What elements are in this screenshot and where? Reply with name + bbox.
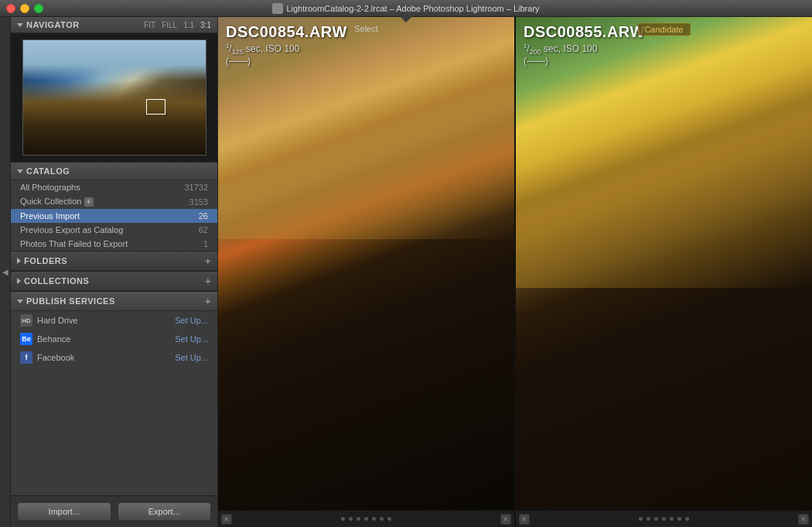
catalog-row-count: 31732: [184, 183, 208, 192]
catalog-collapse-icon: [17, 169, 23, 173]
catalog-row-failed-export[interactable]: Photos That Failed to Export 1: [11, 237, 217, 251]
right-scrollbar: ✕ ✕: [514, 511, 812, 527]
dot: [677, 517, 681, 521]
navigator-header-left: Navigator: [17, 20, 80, 29]
folders-title: Folders: [24, 256, 67, 265]
publish-item-left: Be Behance: [20, 333, 70, 345]
facebook-icon: f: [20, 351, 32, 364]
publish-services-header[interactable]: Publish Services +: [11, 292, 217, 311]
dot: [364, 517, 368, 521]
quick-collection-plus-icon[interactable]: +: [84, 197, 94, 207]
hard-drive-icon: HD: [20, 314, 32, 327]
catalog-panel: Catalog All Photographs 31732 Quick Coll…: [11, 162, 217, 251]
zoom-fit[interactable]: FIT: [144, 21, 155, 29]
publish-item-setup[interactable]: Set Up...: [175, 316, 208, 325]
import-button[interactable]: Import...: [17, 502, 111, 521]
left-scroll-close[interactable]: ✕: [221, 514, 232, 525]
navigator-image[interactable]: [22, 39, 206, 156]
navigator-preview: [11, 33, 217, 162]
dot: [654, 517, 658, 521]
publish-item-facebook[interactable]: f Facebook Set Up...: [11, 348, 217, 367]
catalog-row-all-photographs[interactable]: All Photographs 31732: [11, 180, 217, 194]
catalog-row-quick-collection[interactable]: Quick Collection + 3153: [11, 194, 217, 209]
collections-title: Collections: [24, 276, 89, 286]
zoom-3-1[interactable]: 3:1: [200, 21, 211, 29]
zoom-1-1[interactable]: 1:1: [183, 21, 194, 29]
folders-add-button[interactable]: +: [205, 255, 211, 266]
publish-services-panel: Publish Services + HD Hard Drive Set Up.…: [11, 291, 217, 367]
publish-services-add-button[interactable]: +: [205, 296, 211, 306]
app-icon: [272, 3, 283, 14]
catalog-row-previous-import[interactable]: Previous Import 26: [11, 209, 217, 223]
folders-header-left: Folders: [17, 256, 67, 265]
titlebar: LightroomCatalog-2-2.lrcat – Adobe Photo…: [0, 0, 812, 17]
publish-item-name: Behance: [37, 334, 70, 344]
left-collapse-tab[interactable]: ◀: [0, 17, 11, 527]
right-photo-filename: DSC00855.ARW: [524, 23, 645, 41]
behance-icon: Be: [20, 333, 32, 345]
right-photo-info: DSC00855.ARW 1/200 sec, ISO 100 (——): [524, 23, 645, 67]
publish-item-name: Facebook: [37, 353, 74, 362]
window-title: LightroomCatalog-2-2.lrcat – Adobe Photo…: [272, 3, 539, 14]
catalog-row-name: Quick Collection +: [20, 197, 94, 207]
publish-services-header-left: Publish Services: [17, 296, 115, 306]
catalog-header[interactable]: Catalog: [11, 163, 217, 180]
sidebar: Navigator FIT FILL 1:1 3:1 Cat: [11, 17, 218, 527]
right-photo-shutter: 1/200 sec, ISO 100: [524, 43, 645, 56]
publish-item-setup[interactable]: Set Up...: [175, 353, 208, 362]
right-scroll-dots: [533, 517, 795, 521]
left-photo-bg: [218, 17, 514, 510]
catalog-title: Catalog: [26, 166, 70, 176]
catalog-row-count: 3153: [189, 197, 208, 207]
dot: [670, 517, 674, 521]
dot: [357, 517, 360, 521]
catalog-rows: All Photographs 31732 Quick Collection +…: [11, 180, 217, 251]
maximize-button[interactable]: [34, 4, 43, 13]
dot: [685, 517, 689, 521]
publish-services-collapse-icon: [17, 299, 23, 303]
folders-header[interactable]: Folders +: [11, 252, 217, 271]
publish-item-left: HD Hard Drive: [20, 314, 78, 327]
navigator-title: Navigator: [26, 20, 80, 29]
main-layout: ◀ Navigator FIT FILL 1:1 3:1: [0, 17, 812, 527]
sidebar-bottom: Import... Export...: [11, 495, 217, 527]
right-photo-label: Candidate: [637, 23, 690, 36]
main-content: DSC00854.ARW 1/125 sec, ISO 100 (——) Sel…: [218, 17, 812, 527]
left-scrollbar: ✕ ✕: [218, 511, 514, 527]
publish-item-behance[interactable]: Be Behance Set Up...: [11, 330, 217, 348]
collections-header[interactable]: Collections +: [11, 272, 217, 291]
dot: [341, 517, 345, 521]
publish-item-setup[interactable]: Set Up...: [175, 334, 208, 344]
dot: [349, 517, 353, 521]
dot: [387, 517, 391, 521]
right-photo-panel: DSC00855.ARW 1/200 sec, ISO 100 (——) Can…: [514, 17, 812, 510]
right-scroll-end[interactable]: ✕: [798, 514, 809, 525]
right-photo-rating: (——): [524, 56, 645, 67]
collections-panel: Collections +: [11, 271, 217, 291]
navigator-panel: Navigator FIT FILL 1:1 3:1: [11, 17, 217, 162]
close-button[interactable]: [6, 4, 15, 13]
right-scroll-close[interactable]: ✕: [519, 514, 530, 525]
left-photo-rating: (——): [226, 56, 347, 67]
navigator-collapse-icon: [17, 23, 23, 27]
minimize-button[interactable]: [20, 4, 29, 13]
collections-add-button[interactable]: +: [205, 275, 211, 286]
left-scroll-dots: [235, 517, 497, 521]
left-photo-info: DSC00854.ARW 1/125 sec, ISO 100 (——): [226, 23, 347, 67]
collections-header-left: Collections: [17, 276, 89, 286]
publish-services-items: HD Hard Drive Set Up... Be Behance Set U…: [11, 311, 217, 367]
export-button[interactable]: Export...: [118, 502, 212, 521]
folders-expand-icon: [17, 258, 21, 264]
catalog-header-left: Catalog: [17, 166, 70, 176]
navigator-focus-box: [146, 99, 165, 115]
folders-panel: Folders +: [11, 251, 217, 271]
zoom-fill[interactable]: FILL: [162, 21, 177, 29]
navigator-header[interactable]: Navigator FIT FILL 1:1 3:1: [11, 17, 217, 33]
publish-item-name: Hard Drive: [37, 316, 78, 325]
left-scroll-end[interactable]: ✕: [500, 514, 511, 525]
catalog-row-previous-export[interactable]: Previous Export as Catalog 62: [11, 223, 217, 237]
scrollbars-row: ✕ ✕ ✕: [218, 510, 812, 527]
dot: [647, 517, 650, 521]
publish-item-harddrive[interactable]: HD Hard Drive Set Up...: [11, 311, 217, 330]
catalog-row-name: All Photographs: [20, 183, 80, 192]
